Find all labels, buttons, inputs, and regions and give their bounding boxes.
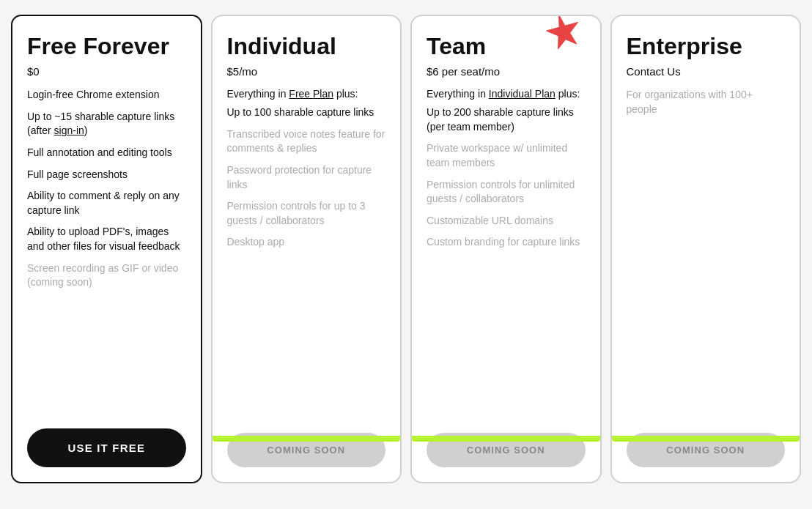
feature-item: For organizations with 100+ people (627, 88, 786, 116)
everything-in-text: Everything in Free Plan plus: (227, 88, 386, 100)
bottom-accent-bar (213, 436, 401, 442)
feature-item: Login-free Chrome extension (27, 88, 186, 103)
feature-item: Ability to comment & reply on any captur… (27, 189, 186, 218)
plan-price: Contact Us (627, 65, 786, 78)
plan-card-team: Team$6 per seat/moEverything in Individu… (410, 15, 602, 483)
plan-features-list: Up to 100 sharable capture linksTranscri… (227, 105, 386, 420)
plan-price: $5/mo (227, 65, 386, 78)
feature-item: Permission controls for unlimited guests… (427, 178, 586, 207)
plan-title: Individual (227, 34, 386, 59)
feature-item: Full annotation and editing tools (27, 146, 186, 160)
star-decoration-icon (542, 15, 586, 54)
plan-features-list: Login-free Chrome extensionUp to ~15 sha… (27, 88, 186, 415)
plan-card-free: Free Forever$0Login-free Chrome extensio… (11, 15, 202, 483)
feature-item: Ability to upload PDF's, images and othe… (27, 225, 186, 253)
feature-item: Password protection for capture links (227, 163, 386, 192)
feature-item: Desktop app (227, 235, 386, 250)
plan-card-individual: Individual$5/moEverything in Free Plan p… (211, 15, 402, 483)
bottom-accent-bar (612, 436, 800, 442)
feature-item: Custom branding for capture links (427, 235, 586, 250)
plan-title: Free Forever (27, 34, 186, 59)
plan-price: $6 per seat/mo (427, 65, 586, 78)
feature-item: Transcribed voice notes feature for comm… (227, 127, 386, 156)
sign-in-link[interactable]: sign-in (54, 125, 84, 136)
plan-title: Enterprise (627, 34, 786, 59)
bottom-accent-bar (412, 436, 600, 442)
feature-item: Up to ~15 sharable capture links (after … (27, 110, 186, 138)
feature-item: Up to 200 sharable capture links (per te… (427, 105, 586, 134)
pricing-grid: Free Forever$0Login-free Chrome extensio… (7, 7, 805, 491)
use-it-free-button[interactable]: USE IT FREE (27, 428, 186, 467)
everything-in-link[interactable]: Free Plan (289, 88, 333, 100)
feature-item: Private workspace w/ unlimited team memb… (427, 141, 586, 170)
plan-features-list: For organizations with 100+ people (627, 88, 786, 420)
plan-price: $0 (27, 65, 186, 78)
plan-card-enterprise: EnterpriseContact UsFor organizations wi… (610, 15, 802, 483)
feature-item: Permission controls for up to 3 guests /… (227, 199, 386, 228)
feature-item: Full page screenshots (27, 168, 186, 182)
feature-item: Customizable URL domains (427, 214, 586, 229)
feature-item: Up to 100 sharable capture links (227, 105, 386, 120)
feature-item: Screen recording as GIF or video (coming… (27, 261, 186, 290)
everything-in-text: Everything in Individual Plan plus: (427, 88, 586, 100)
plan-features-list: Up to 200 sharable capture links (per te… (427, 105, 586, 420)
plan-cta-container: USE IT FREE (27, 428, 186, 467)
everything-in-link[interactable]: Individual Plan (489, 88, 556, 100)
